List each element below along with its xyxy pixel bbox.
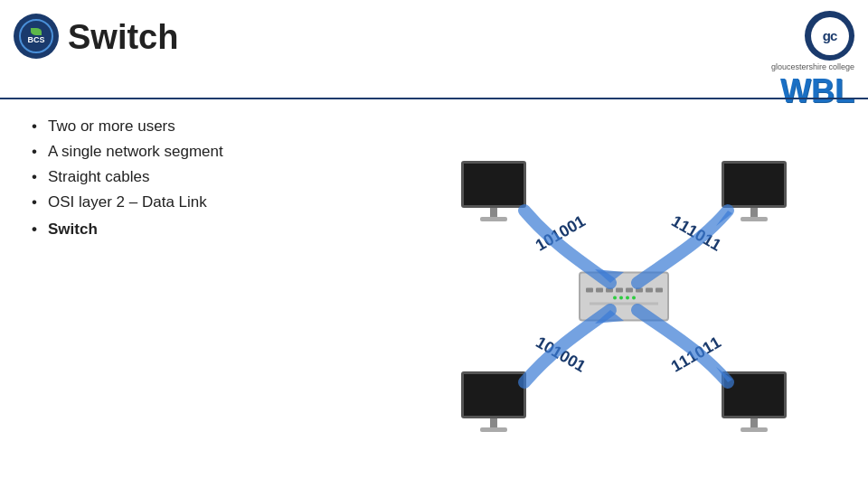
monitor-stand-bl [490,418,497,427]
network-diagram: 101001 111011 101001 111011 [434,152,814,441]
data-label-top-right: 111011 [668,211,725,255]
switch-device [579,271,669,321]
switch-port-4 [616,287,623,292]
main-content: Two or more users A single network segme… [0,104,868,488]
monitor-bottom-right [722,371,787,432]
data-label-bottom-left: 101001 [533,333,590,376]
switch-led-4 [632,296,636,299]
monitor-screen-tl [461,161,526,208]
bullet-item-osi: OSI layer 2 – Data Link [32,193,362,211]
gc-outer-circle: gc [805,11,854,61]
switch-port-3 [606,287,613,292]
bullet-item-switch: Switch [32,221,362,239]
monitor-base-tl [480,217,507,221]
gc-logo: gc gloucestershire college WBL [771,11,854,108]
monitor-stand-br [750,418,758,427]
monitor-screen-br [722,371,787,418]
monitor-stand-tl [490,208,497,217]
switch-stripe [590,302,659,305]
main-bullet-list: Two or more users A single network segme… [32,117,362,239]
left-panel: Two or more users A single network segme… [0,104,380,488]
gc-college-name: gloucestershire college [771,62,854,71]
bullet-item-cables: Straight cables [32,168,362,186]
monitor-screen-tr [722,161,787,208]
switch-port-6 [636,287,643,292]
switch-port-1 [586,287,593,292]
data-label-bottom-right: 111011 [668,333,725,376]
monitor-base-tr [741,217,768,221]
switch-led-row [613,296,636,299]
monitor-top-right [722,161,787,221]
data-label-top-left: 101001 [533,211,590,255]
right-panel: 101001 111011 101001 111011 [380,104,868,488]
bullet-item-users: Two or more users [32,117,362,136]
bullet-item-segment: A single network segment [32,143,362,161]
monitor-base-br [741,427,768,432]
monitor-bottom-left [461,371,526,432]
gc-circle: gc [805,11,854,61]
switch-port-5 [626,287,633,292]
switch-ports-row [586,287,663,292]
monitor-screen-bl [461,371,526,418]
bcs-logo: BCS [14,14,59,59]
monitor-top-left [461,161,526,221]
switch-port-8 [656,287,663,292]
switch-port-2 [596,287,603,292]
gc-inner-text: gc [811,17,849,55]
switch-led-3 [626,296,629,299]
bcs-text: BCS [27,36,44,44]
monitor-stand-tr [750,208,758,217]
header-divider [0,98,868,99]
bcs-leaf-icon [31,28,42,35]
switch-port-7 [646,287,653,292]
switch-led-1 [613,296,617,299]
monitor-base-bl [480,427,507,432]
wbl-label: WBL [771,75,854,108]
page-title: Switch [68,18,178,57]
header: BCS Switch gc gloucestershire college WB… [0,0,868,99]
switch-led-2 [619,296,623,299]
